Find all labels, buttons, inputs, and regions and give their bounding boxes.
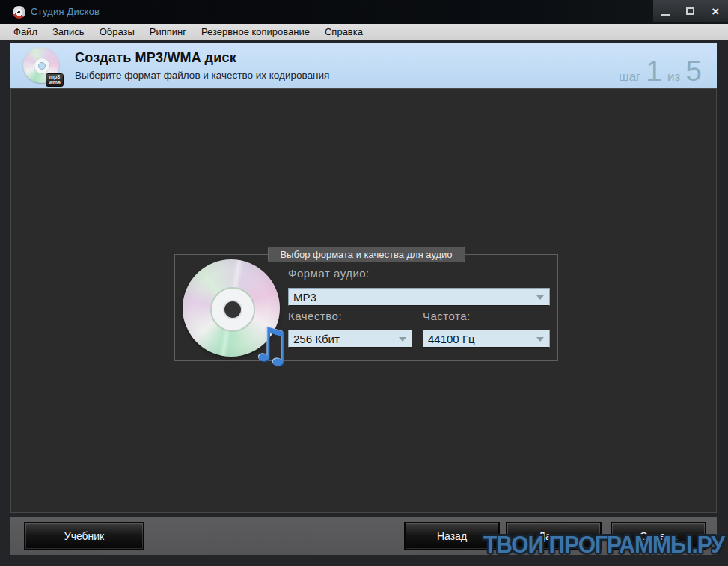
menu-item-images[interactable]: Образы (92, 24, 142, 40)
format-label: Формат аудио: (288, 267, 370, 280)
site-watermark: ТВОИ ПРОГРАММЫ.РУ (483, 531, 724, 558)
audio-format-groupbox: Выбор формата и качества для аудио ♫ Фор… (174, 254, 558, 361)
quality-value: 256 Кбит (293, 333, 340, 345)
quality-label: Качество: (288, 310, 342, 322)
frequency-select[interactable]: 44100 Гц (423, 330, 550, 348)
tutorial-button[interactable]: Учебник (24, 522, 144, 550)
music-note-icon: ♫ (250, 322, 292, 369)
menu-item-burn[interactable]: Запись (45, 24, 92, 40)
maximize-button[interactable] (681, 2, 700, 20)
groupbox-title: Выбор формата и качества для аудио (267, 247, 465, 262)
mp3wma-badge: mp3 wma (46, 73, 64, 87)
minimize-button[interactable] (656, 2, 676, 20)
format-value: MP3 (293, 291, 316, 304)
chevron-down-icon (399, 337, 406, 342)
step-label: шаг (619, 70, 640, 84)
page-subtitle: Выберите формат файлов и качество их код… (75, 70, 329, 81)
menu-item-help[interactable]: Справка (317, 24, 370, 40)
chevron-down-icon (536, 337, 544, 342)
menu-item-ripping[interactable]: Риппинг (142, 24, 194, 40)
wizard-banner: mp3 wma Создать MP3/WMA диск Выберите фо… (10, 43, 717, 88)
minimize-icon (661, 14, 670, 16)
quality-select[interactable]: 256 Кбит (288, 330, 412, 348)
step-current: 1 (646, 56, 662, 85)
menu-bar: Файл Запись Образы Риппинг Резервное коп… (0, 24, 728, 40)
app-disc-icon (13, 6, 25, 19)
menu-item-backup[interactable]: Резервное копирование (194, 24, 317, 40)
menu-item-file[interactable]: Файл (6, 24, 45, 40)
mp3wma-disc-icon: mp3 wma (23, 47, 62, 84)
frequency-value: 44100 Гц (428, 333, 475, 345)
format-select[interactable]: MP3 (288, 288, 550, 306)
chevron-down-icon (536, 295, 544, 300)
badge-line2: wma (49, 80, 61, 86)
badge-line1: mp3 (49, 74, 60, 80)
app-window: Студия Дисков × Файл Запись Образы Риппи… (0, 0, 728, 566)
close-button[interactable]: × (706, 2, 725, 20)
step-indicator: шаг 1 из 5 (619, 56, 702, 85)
maximize-icon (686, 7, 694, 15)
window-title: Студия Дисков (31, 6, 100, 17)
page-title: Создать MP3/WMA диск (75, 50, 236, 66)
cd-music-illustration: ♫ (181, 258, 287, 361)
window-controls: × (653, 0, 728, 22)
frequency-label: Частота: (423, 310, 471, 322)
step-total: 5 (685, 56, 702, 85)
step-of: из (667, 70, 680, 84)
title-bar: Студия Дисков × (0, 0, 728, 24)
